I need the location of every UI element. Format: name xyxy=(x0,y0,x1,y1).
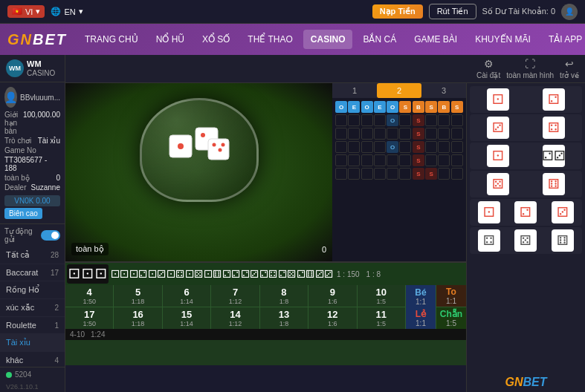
le-label-bet: Lẻ xyxy=(416,309,426,319)
rp-dice-13: ⚄ xyxy=(514,229,537,252)
range-label-1: 4-10 xyxy=(70,330,85,339)
stat-header-b2: B xyxy=(438,101,450,113)
dice-scene: toàn bộ 0 xyxy=(65,83,332,261)
video-area: toàn bộ 0 xyxy=(65,83,332,261)
nap-tien-button[interactable]: Nạp Tiền xyxy=(372,4,423,19)
nav-ban-ca[interactable]: BẮN CÁ xyxy=(355,30,404,49)
bet-num-12[interactable]: 12 1:6 xyxy=(308,307,356,329)
gioi-han-val: 100,000.00 xyxy=(23,111,60,135)
main-game: ⚙ Cài đặt ⛶ toàn màn hình ↩ trở về xyxy=(65,55,585,392)
dice-icon-3: ⚀ xyxy=(95,266,107,282)
biet-cao-button[interactable]: Biên cao xyxy=(4,208,42,219)
game-item-tai-xiu[interactable]: Tài xỉu xyxy=(0,334,65,352)
bet-num-14[interactable]: 14 1:12 xyxy=(211,307,259,329)
bet-num-11[interactable]: 11 1:5 xyxy=(358,307,405,329)
bet-num-16[interactable]: 16 1:18 xyxy=(114,307,161,329)
sc-r2-1 xyxy=(348,128,360,140)
sc-r3-7 xyxy=(451,141,463,153)
sc-r3-3 xyxy=(374,141,386,153)
bet-num-10[interactable]: 10 1:5 xyxy=(358,285,405,307)
game-video-section: toàn bộ 0 1 2 3 xyxy=(65,83,466,392)
game-item-tat-ca[interactable]: Tất cả 28 xyxy=(0,246,65,264)
game-main-content: toàn bộ 0 1 2 3 xyxy=(65,83,585,392)
nav-trang-chu[interactable]: TRANG CHỦ xyxy=(77,30,146,49)
rut-tien-button[interactable]: Rút Tiền xyxy=(429,4,476,19)
dice-2-3: ⚁⚃ xyxy=(259,268,277,280)
flag-icon: 🇻🇳 xyxy=(12,7,22,16)
bet-num-9[interactable]: 9 1:6 xyxy=(308,285,356,307)
rp-dice-4: ⚃ xyxy=(543,117,565,139)
nav-the-thao[interactable]: THỂ THAO xyxy=(240,30,300,49)
stat-header-b1: B xyxy=(413,101,424,113)
sc-7 xyxy=(451,114,463,126)
content-area: WM WM CASINO 👤 BBvluuum... Giới hạn bàn … xyxy=(0,55,585,392)
stat-header-e1: E xyxy=(348,101,360,113)
dice-2-4: ⚁⚄ xyxy=(278,268,296,280)
toan-bo-overlay-label: toàn bộ xyxy=(71,243,109,255)
sc-r3-2 xyxy=(361,141,373,153)
rp-dice-3: ⚂ xyxy=(487,117,509,139)
game-item-xuc-xac[interactable]: xúc xắc 2 xyxy=(0,299,65,317)
bet-num-15[interactable]: 15 1:14 xyxy=(163,307,210,329)
auto-toggle-row: Tự động gửi xyxy=(0,224,65,246)
dealer-label: Dealer xyxy=(4,183,26,192)
game-item-roulette[interactable]: Roulette 1 xyxy=(0,317,65,334)
game-item-rong-ho[interactable]: Rồng Hổ xyxy=(0,281,65,299)
version-label: V26.1.10.1 xyxy=(0,382,65,392)
nav-casino[interactable]: CASINO xyxy=(303,30,353,49)
bet-num-13[interactable]: 13 1:8 xyxy=(260,307,308,329)
dice-2-5: ⚁⚅ xyxy=(297,268,314,280)
le-cell[interactable]: Lẻ 1:1 xyxy=(406,307,436,329)
sc-r2-5 xyxy=(399,128,411,140)
nav-xo-so[interactable]: XỔ SỐ xyxy=(195,30,237,49)
nav-khuyen-mai[interactable]: KHUYẾN MÃI xyxy=(468,30,538,49)
nav-tai-app[interactable]: TẢI APP xyxy=(541,30,585,49)
auto-toggle[interactable] xyxy=(41,230,60,241)
bet-num-4[interactable]: 4 1:50 xyxy=(65,285,113,307)
avatar-button[interactable]: 👤 xyxy=(561,4,578,20)
tro-choi-val: Tài xỉu xyxy=(38,137,60,145)
game-item-khac[interactable]: khác 4 xyxy=(0,352,65,367)
bet-num-5[interactable]: 5 1:18 xyxy=(114,285,161,307)
nav-no-hu[interactable]: NỔ HŨ xyxy=(149,30,192,49)
sc-r4-0 xyxy=(335,154,347,166)
top-nav-right: Nạp Tiền Rút Tiền Số Dư Tài Khoản: 0 👤 xyxy=(372,4,578,20)
bet-num-7[interactable]: 7 1:12 xyxy=(211,285,259,307)
stat-header-s3: S xyxy=(451,101,463,113)
back-button[interactable]: ↩ trở về xyxy=(560,58,579,79)
dice-1-2: ⚀⚁ xyxy=(129,268,147,280)
fullscreen-button[interactable]: ⛶ toàn màn hình xyxy=(506,58,554,79)
bet-num-17[interactable]: 17 1:50 xyxy=(65,307,113,329)
balance-button[interactable]: VN0K 0.00 xyxy=(4,195,60,206)
be-cell[interactable]: Bé 1:1 xyxy=(406,285,436,307)
chan-odds: 1:5 xyxy=(446,319,456,327)
dice-1-6: ⚀⚅ xyxy=(204,268,222,280)
rp-dice-6: ⚁⚂ xyxy=(543,145,565,167)
rp-dice-10: ⚁ xyxy=(514,201,537,223)
dice-icon-1: ⚀ xyxy=(68,266,80,282)
stats-tab-2[interactable]: 2 xyxy=(377,83,421,98)
sc-4 xyxy=(399,114,411,126)
stats-tab-3[interactable]: 3 xyxy=(421,83,466,98)
stat-header-s2: S xyxy=(425,101,437,113)
stats-tab-1[interactable]: 1 xyxy=(332,83,377,98)
sc-r5-5 xyxy=(399,168,411,180)
bet-row: Biên cao xyxy=(4,208,60,219)
chan-cell[interactable]: Chẵn 1:5 xyxy=(436,307,466,329)
bet-num-8[interactable]: 8 1:8 xyxy=(260,285,308,307)
gnbet-watermark: GNBET xyxy=(470,376,582,389)
bet-num-6[interactable]: 6 1:14 xyxy=(163,285,210,307)
dice-2-2: ⚁⚂ xyxy=(241,268,259,280)
stat-header-o3: O xyxy=(387,101,398,113)
be-label: Bé xyxy=(415,287,426,298)
game-item-baccarat[interactable]: Baccarat 17 xyxy=(0,264,65,281)
balance-info: Số Dư Tài Khoản: 0 xyxy=(482,7,555,16)
svg-point-3 xyxy=(201,133,205,137)
flag-button[interactable]: 🇻🇳 VI ▾ xyxy=(7,5,45,18)
nav-game-bai[interactable]: GAME BÀI xyxy=(407,30,465,49)
sc-r4-s: S xyxy=(413,154,424,166)
settings-button[interactable]: ⚙ Cài đặt xyxy=(476,58,500,79)
to-cell[interactable]: To 1:1 xyxy=(436,285,466,307)
language-button[interactable]: 🌐 EN ▾ xyxy=(51,7,83,16)
tro-choi-row: Trò chơi Tài xỉu xyxy=(4,137,60,145)
